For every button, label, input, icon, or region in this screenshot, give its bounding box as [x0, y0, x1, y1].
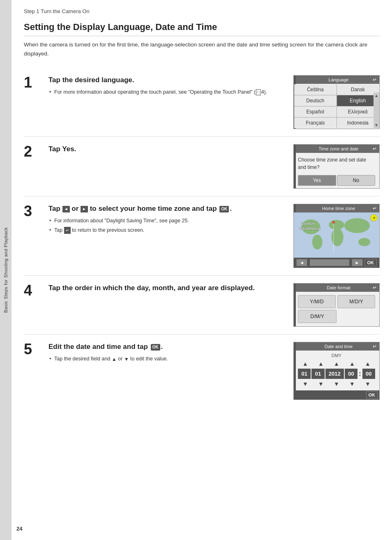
step-2-number: 2: [24, 144, 40, 159]
map-title: Home time zone: [304, 206, 373, 211]
down-arrow-year[interactable]: ▼: [329, 381, 344, 387]
timezone-titlebar: Time zone and date ↵: [294, 145, 379, 153]
step-5-title: Edit the date and time and tap OK.: [48, 342, 285, 352]
step-5-bullet-1: Tap the desired field and ▲ or ▼ to edit…: [48, 355, 285, 363]
up-arrow-month[interactable]: ▲: [314, 360, 328, 367]
up-arrow-hour[interactable]: ▲: [345, 360, 360, 367]
step-3-bullets: For information about "Daylight Saving T…: [48, 217, 285, 234]
timezone-prompt-text: Choose time zone and set date and time?: [298, 156, 375, 171]
svg-point-5: [344, 218, 370, 233]
datetime-min-val[interactable]: 00: [362, 369, 375, 379]
map-titlebar: Home time zone ↵: [294, 204, 379, 212]
map-left-btn[interactable]: ◄: [296, 259, 307, 266]
timezone-body: Choose time zone and set date and time? …: [294, 153, 379, 188]
lang-indonesia[interactable]: Indonesia: [337, 118, 379, 128]
right-arrow-icon: ►: [81, 206, 88, 212]
datetime-titlebar: Date and time ↵: [294, 342, 379, 351]
datetime-screen: Date and time ↵ DMY ▲ ▲ ▲ ▲ ▲: [293, 342, 380, 400]
step-4-number: 4: [24, 283, 40, 298]
step-1-number: 1: [24, 75, 40, 90]
language-grid: Čeština Dansk Deutsch English Español Ελ…: [294, 84, 379, 128]
step-4-content: Tap the order in which the day, month, a…: [48, 283, 285, 296]
dateformat-dmy[interactable]: D/M/Y: [298, 310, 337, 323]
lang-deutsch[interactable]: Deutsch: [294, 95, 337, 106]
step-3-number: 3: [24, 204, 40, 219]
dateformat-body: Y/M/D M/D/Y D/M/Y: [294, 292, 379, 326]
back-icon: ↵: [64, 227, 71, 234]
lang-dansk[interactable]: Dansk: [337, 84, 379, 95]
datetime-hour-val[interactable]: 00: [345, 369, 357, 379]
scroll-up-btn[interactable]: ▲: [374, 93, 378, 98]
step-1-bullet-1: For more information about operating the…: [48, 88, 285, 96]
map-ok-btn[interactable]: OK: [364, 259, 377, 266]
datetime-month-val[interactable]: 01: [311, 369, 324, 379]
lang-cestina[interactable]: Čeština: [294, 84, 337, 95]
map-back-btn[interactable]: ↵: [373, 205, 377, 211]
screen-left-indicator-2: [294, 145, 296, 188]
step-5-row: 5 Edit the date and time and tap OK. Tap…: [24, 335, 380, 407]
step-4-title: Tap the order in which the day, month, a…: [48, 283, 285, 293]
timezone-back-btn[interactable]: ↵: [373, 146, 377, 152]
down-arrow-min[interactable]: ▼: [360, 381, 375, 387]
language-titlebar: Language ↵: [294, 76, 379, 84]
step-5-content: Edit the date and time and tap OK. Tap t…: [48, 342, 285, 365]
up-arrow-day[interactable]: ▲: [298, 360, 313, 367]
datetime-down-arrows: ▼ ▼ ▼ ▼ ▼: [298, 381, 375, 387]
step-1-screen: Language ↵ Čeština Dansk Deutsch English…: [293, 75, 380, 129]
timezone-title: Time zone and date: [304, 146, 373, 151]
dateformat-grid: Y/M/D M/D/Y: [298, 295, 375, 308]
lang-espanol[interactable]: Español: [294, 106, 337, 117]
map-screen: Home time zone ↵: [293, 204, 380, 268]
sidebar-tab: Basic Steps for Shooting and Playback: [0, 0, 12, 540]
yes-button[interactable]: Yes: [298, 175, 336, 186]
step-4-screen: Date format ↵ Y/M/D M/D/Y D/M/Y: [293, 283, 380, 327]
ok-icon: OK: [219, 206, 229, 212]
down-arrow-hour[interactable]: ▼: [345, 381, 360, 387]
lang-francais[interactable]: Français: [294, 118, 337, 128]
dateformat-titlebar: Date format ↵: [294, 284, 379, 292]
step-3-bullet-1: For information about "Daylight Saving T…: [48, 217, 285, 225]
step-2-title: Tap Yes.: [48, 144, 285, 154]
ok-icon-5: OK: [151, 344, 160, 351]
step-3-row: 3 Tap ◄ or ► to select your home time zo…: [24, 196, 380, 276]
up-arrow-min[interactable]: ▲: [360, 360, 375, 367]
step-2-content: Tap Yes.: [48, 144, 285, 157]
timezone-buttons: Yes No: [298, 175, 375, 186]
down-arrow-month[interactable]: ▼: [314, 381, 328, 387]
language-back-btn[interactable]: ↵: [373, 77, 377, 83]
datetime-back-btn[interactable]: ↵: [373, 344, 377, 349]
svg-point-2: [332, 228, 344, 246]
datetime-year-val[interactable]: 2012: [325, 369, 344, 379]
map-london-label: London: [301, 222, 315, 226]
map-slider: [310, 259, 349, 266]
step-4-row: 4 Tap the order in which the day, month,…: [24, 276, 380, 335]
datetime-ok-btn[interactable]: OK: [366, 391, 378, 399]
lang-english[interactable]: English: [337, 95, 379, 106]
dateformat-mdy[interactable]: M/D/Y: [337, 295, 375, 308]
step-5-screen: Date and time ↵ DMY ▲ ▲ ▲ ▲ ▲: [293, 342, 380, 400]
up-arrow-year[interactable]: ▲: [329, 360, 344, 367]
map-casablanca-label: Casablanca: [300, 226, 320, 231]
step-5-number: 5: [24, 342, 40, 357]
datetime-label: DMY: [298, 353, 375, 358]
dateformat-ymd[interactable]: Y/M/D: [298, 295, 336, 308]
section-intro: When the camera is turned on for the fir…: [24, 40, 380, 58]
main-content: Step 1 Turn the Camera On Setting the Di…: [12, 0, 392, 540]
lang-greek[interactable]: Ελληνικά: [337, 106, 379, 117]
no-button[interactable]: No: [337, 175, 375, 186]
dateformat-dmy-wrapper: D/M/Y: [298, 310, 337, 323]
down-arrow-day[interactable]: ▼: [298, 381, 313, 387]
step-3-title: Tap ◄ or ► to select your home time zone…: [48, 204, 285, 214]
step-1-bullets: For more information about operating the…: [48, 88, 285, 96]
datetime-ok-bar: OK: [294, 390, 379, 399]
datetime-day-val[interactable]: 01: [298, 369, 311, 379]
datetime-body: DMY ▲ ▲ ▲ ▲ ▲ 01 01 201: [294, 351, 379, 390]
down-arrow-icon: ▼: [124, 355, 129, 363]
svg-point-6: [358, 238, 370, 246]
dateformat-back-btn[interactable]: ↵: [373, 285, 377, 291]
scroll-down-btn[interactable]: ▼: [374, 123, 378, 127]
map-right-btn[interactable]: ►: [352, 259, 363, 266]
sidebar-label: Basic Steps for Shooting and Playback: [3, 227, 8, 313]
datetime-colon: :: [358, 369, 361, 379]
left-arrow-icon: ◄: [62, 206, 70, 212]
